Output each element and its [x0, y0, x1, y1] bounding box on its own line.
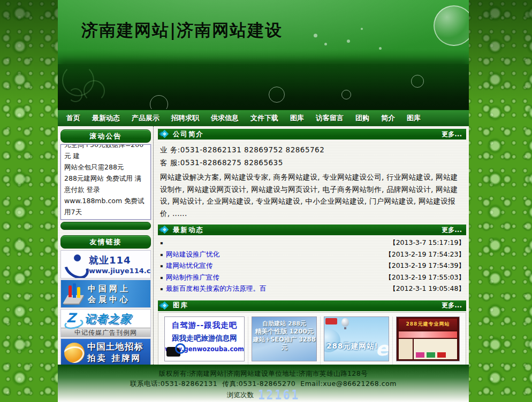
gallery-caption-link[interactable]: 网站建设案例	[396, 365, 460, 365]
gallery-caption-link[interactable]: 网站建设,济南建网站	[164, 365, 245, 365]
tudi-line2: 拍卖 挂牌网	[87, 353, 143, 364]
news-row: ▪ 最新百度相关搜索的方法原理。百 【2012-3-1 19:05:48】	[160, 283, 465, 295]
jizhe-top: 记者之家	[61, 310, 150, 328]
gallery-thumbnail-288[interactable]: 288元建网站! e	[324, 316, 389, 361]
thumb-text: 跟我走吧旅游信息网	[165, 334, 244, 343]
tudi-text: 中国土地招标 拍卖 挂牌网	[87, 341, 143, 364]
footer: 版权所有:济南建网站|济南网站建设单位地址:济南市英雄山路128号 联系电话:0…	[58, 365, 469, 402]
expo-line2: 会展中心	[88, 294, 131, 305]
gallery-thumbnail-genwozouba[interactable]: 自驾游--跟我走吧 跟我走吧旅游信息网 www.genwozouba.com	[164, 316, 245, 361]
announcement-header: 滚动公告	[60, 129, 151, 143]
nav-item-groupbuy[interactable]: 团购	[349, 113, 375, 123]
floral-swirl-decoration	[83, 80, 105, 102]
nav-item-downloads[interactable]: 文件下载	[245, 113, 284, 123]
news-more-link[interactable]: 更多...	[442, 226, 466, 235]
gallery-item: 自驾游--跟我走吧 跟我走吧旅游信息网 www.genwozouba.com 网…	[161, 316, 248, 365]
mini-site-block	[437, 352, 446, 358]
business-phone-line: 业 务:0531-82862131 82869752 82865762	[160, 145, 464, 155]
thumb-text: 精美个性版 1200元	[252, 328, 316, 336]
views-counter: 12161	[258, 388, 300, 402]
announcement-line: 元空间+50元数据库=200元 建	[64, 144, 147, 161]
page-title: 济南建网站|济南网站建设	[58, 0, 469, 42]
tudi-line1: 中国土地招标	[87, 341, 143, 353]
news-date: 【2013-2-19 17:55:03】	[385, 273, 465, 282]
jiuye114-logo-icon	[61, 253, 89, 276]
news-row: ▪ 建网站忧化宣传 【2013-2-19 17:54:39】	[160, 260, 465, 272]
mini-site-header: 288元建专业网站	[399, 319, 457, 330]
bullet-icon: ▪	[160, 264, 166, 268]
main-navigation: 首页 最新动态 产品展示 招聘求职 供求信息 文件下载 图库 访客留言 团购 简…	[58, 109, 469, 126]
mini-site-banner	[399, 331, 457, 338]
friend-links-header: 友情链接	[60, 235, 151, 249]
gallery-caption-link[interactable]: 网站建设,济南建网站	[324, 365, 389, 365]
bubble-decoration	[150, 95, 168, 109]
mini-site-block	[427, 352, 435, 358]
nav-item-jobs[interactable]: 招聘求职	[165, 113, 205, 123]
company-section-header: 公司简介 更多...	[158, 129, 466, 140]
company-section-title: 公司简介	[173, 130, 204, 139]
bubble-decoration	[269, 87, 285, 103]
nav-item-supply[interactable]: 供求信息	[205, 113, 245, 123]
nav-item-home[interactable]: 首页	[60, 113, 86, 123]
section-sync-icon	[158, 129, 171, 140]
header-banner: 济南建网站|济南网站建设	[58, 0, 469, 109]
banner-dark-band	[58, 64, 469, 109]
nav-item-gallery2[interactable]: 图库	[401, 113, 427, 123]
nav-item-guestbook[interactable]: 访客留言	[310, 113, 349, 123]
expo-line1: 中国网上	[88, 283, 131, 294]
bubble-decoration	[324, 43, 327, 45]
announcement-line: 0531-82862131	[64, 218, 147, 220]
mini-site-content	[414, 339, 457, 359]
floral-swirl-decoration	[69, 88, 82, 102]
news-link[interactable]: 最新百度相关搜索的方法原理。百	[166, 284, 267, 293]
announcement-line: 网站全包只需288元	[64, 161, 147, 173]
announcement-marquee[interactable]: 元空间+50元数据库=200元 建 网站全包只需288元 288元建网站 免费试…	[60, 144, 151, 220]
link-banner-tudi[interactable]: 中国土地招标 拍卖 挂牌网	[60, 338, 151, 365]
nav-item-news[interactable]: 最新动态	[86, 113, 126, 123]
mini-site-sidebar	[399, 339, 413, 359]
news-row: ▪ 【2013-3-7 15:17:19】	[160, 237, 465, 249]
nav-item-about[interactable]: 简介	[375, 113, 401, 123]
gallery-thumbnail-pricing[interactable]: 自助建站 288元 精美个性版 1200元 建站+SEO推广 3288元 053…	[252, 316, 317, 361]
news-date: 【2013-2-19 17:54:23】	[385, 250, 465, 259]
gallery-caption-link[interactable]: 网站建设,济南建网站	[252, 365, 317, 365]
gallery-grid: 自驾游--跟我走吧 跟我走吧旅游信息网 www.genwozouba.com 网…	[158, 312, 466, 365]
news-link[interactable]: 建网站忧化宣传	[166, 261, 213, 270]
sidebar: 滚动公告 元空间+50元数据库=200元 建 网站全包只需288元 288元建网…	[58, 126, 153, 365]
announcement-line: 288元建网站 免费试用 满意付款 登录www.188mb.com 免费试用7天	[64, 173, 147, 218]
contact-line: 联系电话:0531-82862131 传真:0531-82865270 Emai…	[58, 378, 469, 389]
balloon-icon	[341, 318, 349, 327]
news-link[interactable]: 网站建设推广忧化	[166, 250, 219, 259]
link-banner-china-expo[interactable]: 中国网上 会展中心	[60, 280, 151, 308]
thumb-text: 建站+SEO推广 3288元	[252, 336, 316, 352]
company-more-link[interactable]: 更多...	[442, 130, 466, 139]
news-row: ▪ 网站建设推广忧化 【2013-2-19 17:54:23】	[160, 249, 465, 261]
camera-icon	[166, 347, 180, 357]
gallery-item: 288元建专业网站 网站建设案例	[393, 316, 463, 365]
nav-item-gallery[interactable]: 图库	[284, 113, 310, 123]
gallery-item: 自助建站 288元 精美个性版 1200元 建站+SEO推广 3288元 053…	[248, 316, 321, 365]
nav-item-products[interactable]: 产品展示	[126, 113, 165, 123]
gallery-section-header: 图库 更多...	[158, 300, 466, 311]
news-link[interactable]: 网站制作推广宣传	[166, 273, 219, 282]
company-keywords: 网站建设解决方案, 网站建设专家, 商务网站建设, 专业网站建设公司, 行业网站…	[160, 171, 464, 219]
friend-links-list: 就业114 www.jiuye114.com 中国网上 会展中心	[60, 250, 151, 365]
jiuye114-text: 就业114 www.jiuye114.com	[89, 254, 151, 275]
announcement-footer-bar	[60, 222, 151, 230]
bubble-decoration	[341, 90, 351, 99]
expo-logo-bar	[69, 285, 72, 297]
thumb-text: 0531-82862131	[252, 359, 316, 361]
thumb-text: 自驾游--跟我走吧	[165, 320, 244, 330]
main-column: 公司简介 更多... 业 务:0531-82862131 82869752 82…	[153, 126, 469, 365]
link-banner-jizhe[interactable]: 记者之家 中记传媒广告刊例网	[60, 309, 151, 337]
gallery-thumbnail-case[interactable]: 288元建专业网站	[396, 316, 460, 361]
gallery-more-link[interactable]: 更多...	[442, 301, 466, 310]
news-date: 【2013-3-7 15:17:19】	[389, 238, 465, 248]
link-banner-jiuye114[interactable]: 就业114 www.jiuye114.com	[60, 250, 151, 279]
news-section-title: 最新动态	[173, 226, 204, 235]
bullet-icon: ▪	[160, 241, 166, 245]
news-date: 【2013-2-19 17:54:39】	[385, 261, 465, 270]
friend-links-title: 友情链接	[90, 237, 122, 247]
expo-logo-icon	[63, 282, 88, 306]
jizhe-subtitle: 中记传媒广告刊例网	[61, 328, 150, 337]
